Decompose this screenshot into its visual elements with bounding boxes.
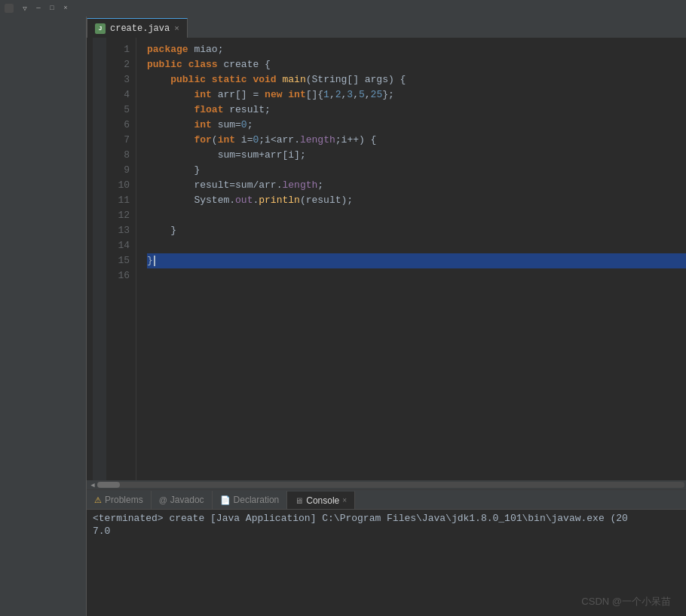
console-label: Console (306, 495, 339, 506)
code-line-15: } (147, 253, 686, 268)
code-line-4: int arr[] = new int[]{1,2,3,5,25}; (147, 87, 686, 103)
tab-filename: create.java (110, 23, 170, 34)
declaration-label: Declaration (234, 495, 280, 505)
javadoc-icon: @ (159, 495, 167, 504)
problems-icon: ⚠ (94, 495, 102, 505)
main-layout: J create.java × 1 2 3 4 5 6 7 8 9 10 11 … (0, 17, 686, 616)
code-line-11: System.out.println(result); (147, 193, 686, 208)
maximize-button[interactable]: □ (47, 3, 57, 14)
declaration-icon: 📄 (220, 495, 231, 505)
scrollbar-thumb[interactable] (97, 482, 120, 488)
line-num-1: 1 (106, 42, 136, 57)
tab-problems[interactable]: ⚠ Problems (87, 491, 152, 509)
line-numbers: 1 2 3 4 5 6 7 8 9 10 11 12 13 14 15 16 (106, 38, 136, 480)
titlebar: ▽ — □ × (0, 0, 686, 17)
tab-bar: J create.java × (87, 17, 686, 38)
code-line-13: } (147, 223, 686, 238)
tab-javadoc[interactable]: @ Javadoc (152, 491, 213, 509)
line-num-8: 8 (106, 148, 136, 163)
code-lines[interactable]: package miao; public class create { publ… (136, 38, 686, 480)
line-num-10: 10 (106, 178, 136, 193)
console-terminated-line: <terminated> create [Java Application] C… (93, 513, 680, 524)
line-num-11: 11 (106, 193, 136, 208)
line-num-6: 6 (106, 118, 136, 133)
code-line-2: public class create { (147, 57, 686, 72)
line-num-2: 2 (106, 57, 136, 72)
java-file-icon: J (95, 23, 106, 34)
editor-tab-create-java[interactable]: J create.java × (87, 18, 188, 38)
left-sidebar (0, 17, 87, 616)
line-num-5: 5 (106, 103, 136, 118)
javadoc-label: Javadoc (170, 495, 204, 505)
bottom-panel: ⚠ Problems @ Javadoc 📄 Declaration 🖥 Con… (87, 489, 686, 616)
code-editor[interactable]: 1 2 3 4 5 6 7 8 9 10 11 12 13 14 15 16 p… (87, 38, 686, 480)
minimize-button[interactable]: ▽ (20, 3, 30, 14)
code-line-6: int sum=0; (147, 118, 686, 133)
app-icon (5, 4, 14, 13)
line-num-12: 12 (106, 208, 136, 223)
line-num-9: 9 (106, 163, 136, 178)
line-num-4: 4 (106, 87, 136, 103)
code-line-7: for(int i=0;i<arr.length;i++) { (147, 133, 686, 148)
tab-close-button[interactable]: × (174, 24, 179, 33)
line-num-3: 3 (106, 72, 136, 87)
left-gutter (87, 38, 93, 480)
code-line-5: float result; (147, 103, 686, 118)
code-line-12 (147, 208, 686, 223)
console-result-line: 7.0 (93, 526, 680, 537)
editor-main: J create.java × 1 2 3 4 5 6 7 8 9 10 11 … (87, 17, 686, 616)
tab-console[interactable]: 🖥 Console × (287, 491, 355, 509)
code-line-10: result=sum/arr.length; (147, 178, 686, 193)
line-num-7: 7 (106, 133, 136, 148)
problems-label: Problems (105, 495, 143, 505)
code-line-1: package miao; (147, 42, 686, 57)
code-line-3: public static void main(String[] args) { (147, 72, 686, 87)
console-tab-close[interactable]: × (342, 496, 347, 504)
watermark: CSDN @一个小呆苗 (581, 595, 671, 608)
scroll-left-button[interactable]: ◀ (88, 480, 97, 489)
close-button[interactable]: × (60, 3, 71, 14)
code-line-14 (147, 238, 686, 253)
code-line-16 (147, 268, 686, 283)
line-num-14: 14 (106, 238, 136, 253)
bottom-tab-bar: ⚠ Problems @ Javadoc 📄 Declaration 🖥 Con… (87, 490, 686, 510)
line-num-15: 15 (106, 253, 136, 268)
breakpoint-area (93, 38, 106, 480)
scrollbar-track[interactable] (97, 482, 684, 488)
line-num-16: 16 (106, 268, 136, 283)
horizontal-scrollbar[interactable]: ◀ (87, 480, 686, 489)
code-line-9: } (147, 163, 686, 178)
line-num-13: 13 (106, 223, 136, 238)
window-controls[interactable]: ▽ — □ × (20, 3, 71, 14)
code-line-8: sum=sum+arr[i]; (147, 148, 686, 163)
restore-button[interactable]: — (33, 3, 44, 14)
console-icon: 🖥 (295, 496, 303, 505)
tab-declaration[interactable]: 📄 Declaration (213, 491, 288, 509)
